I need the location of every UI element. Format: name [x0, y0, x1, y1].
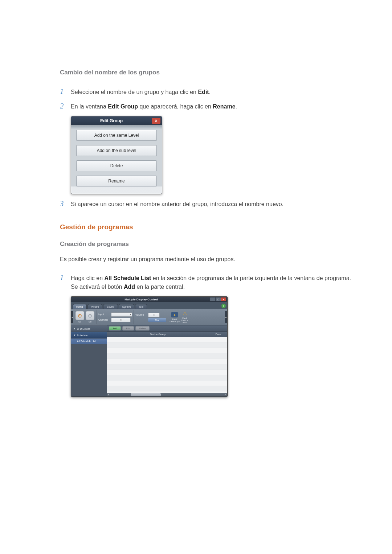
table-row [107, 364, 227, 370]
scrollbar-thumb[interactable] [131, 393, 161, 396]
sidebar-empty [71, 344, 107, 397]
ribbon-volume-section: Volume ▴ ▾ Mute [134, 310, 168, 324]
tab-tool[interactable]: Tool [135, 304, 147, 309]
fault-alert-button[interactable]: ⚠ Fault Device Alert [180, 311, 190, 324]
rename-button[interactable]: Rename [76, 176, 157, 186]
tab-picture[interactable]: Picture [87, 304, 103, 309]
power-off-button[interactable] [86, 311, 94, 320]
add-button[interactable]: Add [109, 326, 121, 331]
edit-button[interactable]: Edit [122, 326, 134, 331]
ribbon-arrow-right-icon[interactable]: ► [225, 311, 227, 323]
step-number: 2 [60, 102, 71, 111]
close-icon[interactable]: × [221, 297, 226, 301]
close-icon[interactable]: × [152, 118, 160, 124]
table-row [107, 370, 227, 375]
ribbon-fault-section: ▲ Fault Device (0) ⚠ Fault Device Alert [168, 310, 191, 324]
tab-home[interactable]: Home [73, 304, 87, 309]
delete-button[interactable]: Delete [135, 326, 150, 331]
table-row [107, 381, 227, 386]
heading-schedule-create: Creación de programas [60, 241, 356, 248]
power-on-button[interactable] [75, 311, 84, 320]
scroll-right-icon[interactable]: ► [224, 393, 227, 397]
sidebar-item-lfd-device[interactable]: ▸ LFD Device [71, 325, 107, 332]
step-number: 3 [60, 199, 71, 208]
step-1: 1 Seleccione el nombre de un grupo y hag… [60, 87, 356, 97]
table-row [107, 359, 227, 364]
step-text: Si aparece un cursor en el nombre anteri… [71, 199, 283, 209]
help-icon[interactable]: ? [221, 304, 226, 308]
ribbon-input-section: Input ▾ Channel ▴ ▾ [97, 310, 134, 324]
input-select[interactable]: ▾ [111, 312, 132, 317]
table-header: Device Group Date [107, 331, 227, 337]
scroll-left-icon[interactable]: ◄ [107, 393, 110, 397]
schedule-step-1: 1 Haga clic en All Schedule List en la s… [60, 273, 356, 291]
table-row [107, 342, 227, 348]
maximize-icon[interactable]: □ [216, 297, 221, 301]
dialog-titlebar: Edit Group × [71, 116, 162, 125]
step-text: Haga clic en All Schedule List en la sec… [71, 273, 356, 291]
channel-stepper[interactable]: ▴ ▾ [111, 318, 131, 322]
step-text: En la ventana Edit Group que aparecerá, … [71, 102, 237, 111]
ribbon-power-section: On Off [73, 310, 97, 324]
step-3: 3 Si aparece un cursor en el nombre ante… [60, 199, 356, 209]
edit-group-dialog: Edit Group × Add on the same Level Add o… [71, 116, 162, 194]
window-titlebar: Multiple Display Control – □ × [71, 297, 227, 302]
add-same-level-button[interactable]: Add on the same Level [76, 130, 157, 141]
chevron-right-icon: ▸ [74, 327, 75, 330]
monitor-warning-icon: ▲ [171, 312, 178, 317]
minimize-icon[interactable]: – [210, 297, 215, 301]
table-row [107, 337, 227, 342]
step-text: Seleccione el nombre de un grupo y haga … [71, 87, 211, 97]
stepper-down-icon[interactable]: ▾ [154, 315, 155, 317]
sidebar-item-all-schedule-list[interactable]: All Schedule List [71, 338, 107, 344]
heading-rename-groups: Cambio del nombre de los grupos [60, 69, 356, 76]
chevron-down-icon: ▾ [74, 334, 75, 337]
table-row [107, 375, 227, 381]
chevron-down-icon: ▾ [130, 313, 131, 316]
delete-button[interactable]: Delete [76, 160, 157, 171]
warning-icon: ⚠ [181, 311, 188, 316]
tab-system[interactable]: System [119, 304, 134, 309]
column-device-group: Device Group [107, 332, 209, 337]
channel-label: Channel [98, 319, 110, 321]
mute-button[interactable]: Mute [148, 318, 166, 322]
power-on-label: On [75, 321, 85, 323]
column-date: Date [209, 332, 227, 337]
sidebar-item-schedule[interactable]: ▾ Schedule [71, 332, 107, 338]
fault-device-button[interactable]: ▲ Fault Device (0) [170, 312, 180, 323]
tab-bar: Home Picture Sound System Tool ? [71, 302, 227, 309]
step-number: 1 [60, 273, 71, 282]
window-title: Multiple Display Control [72, 298, 210, 301]
heading-schedule-management: Gestión de programas [60, 223, 356, 231]
table-row [107, 348, 227, 353]
step-2: 2 En la ventana Edit Group que aparecerá… [60, 102, 356, 111]
content-toolbar: Add Edit Delete [107, 325, 227, 331]
mdc-window-figure: Multiple Display Control – □ × Home Pict… [71, 296, 356, 397]
tab-sound[interactable]: Sound [103, 304, 118, 309]
add-sub-level-button[interactable]: Add on the sub level [76, 145, 157, 156]
table-row [107, 386, 227, 391]
volume-stepper[interactable]: ▴ ▾ [148, 313, 160, 317]
step-number: 1 [60, 87, 71, 96]
volume-label: Volume [135, 313, 147, 316]
dialog-title: Edit Group [71, 118, 152, 123]
table-body [107, 337, 227, 393]
ribbon: ◄ On Off [71, 309, 227, 325]
sidebar: ▸ LFD Device ▾ Schedule All Schedule Lis… [71, 325, 107, 397]
content-area: Add Edit Delete Device Group Date [107, 325, 227, 397]
power-off-label: Off [85, 321, 95, 323]
input-label: Input [98, 313, 110, 316]
intro-paragraph: Es posible crear y registrar un programa… [60, 255, 356, 264]
edit-group-dialog-figure: Edit Group × Add on the same Level Add o… [71, 116, 356, 194]
mdc-window: Multiple Display Control – □ × Home Pict… [71, 296, 228, 397]
stepper-down-icon[interactable]: ▾ [121, 320, 122, 322]
table-row [107, 353, 227, 359]
horizontal-scrollbar[interactable]: ◄ ► [107, 393, 227, 397]
